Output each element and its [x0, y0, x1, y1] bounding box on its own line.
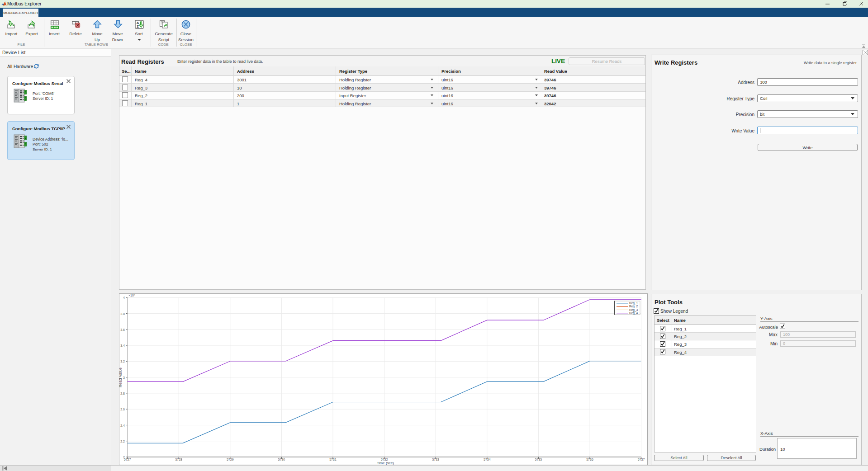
svg-text:3: 3	[123, 376, 125, 379]
svg-text:5737: 5737	[638, 458, 645, 461]
svg-text:3.8: 3.8	[120, 312, 125, 316]
svg-text:Time (sec): Time (sec)	[377, 461, 394, 465]
svg-text:5731: 5731	[329, 458, 337, 461]
svg-text:4: 4	[123, 296, 125, 299]
svg-text:Read Value: Read Value	[119, 367, 123, 387]
svg-text:Z: Z	[137, 24, 139, 28]
svg-text:5736: 5736	[586, 458, 593, 461]
svg-text:2.6: 2.6	[120, 408, 125, 411]
svg-text:5727: 5727	[124, 458, 131, 461]
svg-text:2.8: 2.8	[120, 392, 125, 395]
svg-text:5732: 5732	[381, 458, 388, 461]
svg-text:5728: 5728	[175, 458, 182, 461]
svg-text:×104: ×104	[128, 293, 135, 297]
svg-text:3.2: 3.2	[120, 360, 125, 363]
svg-text:3.4: 3.4	[120, 344, 125, 347]
svg-text:2.2: 2.2	[120, 440, 125, 443]
svg-text:Reg_4: Reg_4	[629, 311, 638, 315]
svg-text:3.6: 3.6	[120, 328, 125, 331]
svg-text:2.4: 2.4	[120, 424, 125, 427]
svg-text:5735: 5735	[535, 458, 542, 461]
svg-text:5734: 5734	[484, 458, 491, 461]
svg-text:5730: 5730	[278, 458, 285, 461]
svg-text:5733: 5733	[432, 458, 439, 461]
svg-text:5729: 5729	[227, 458, 234, 461]
